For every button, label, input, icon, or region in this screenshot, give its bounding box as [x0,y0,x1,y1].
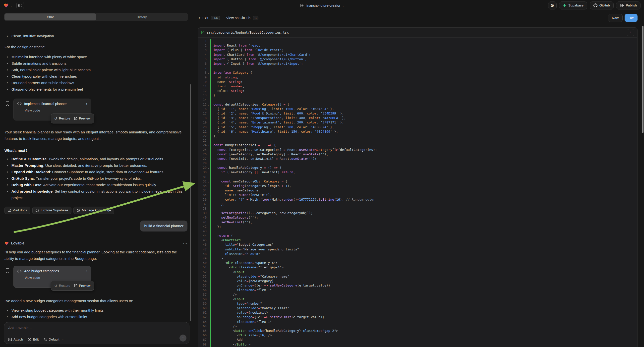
chat-message-list: Clean, intuitive navigation For the desi… [0,33,192,320]
restore-button[interactable]: ↺ Restore [54,115,70,122]
preview-button[interactable]: Preview [74,115,90,122]
fold-spacer [206,342,210,347]
external-link-icon [8,209,11,212]
code-scrollbar[interactable] [642,26,644,133]
list-item: Clean, intuitive navigation [4,33,188,39]
code-text: <div className="space-y-6"> [211,260,278,265]
attach-button[interactable]: Attach [8,338,23,341]
assistant-paragraph: Your sleek financial planner is now read… [4,129,188,142]
code-line: 58 <Input [198,297,637,302]
fold-chevron-icon[interactable] [206,143,210,147]
code-icon [17,102,22,105]
code-line: 8interface Category { [198,70,637,75]
code-line: 3import { Plus } from 'lucide-react'; [198,48,637,52]
list-item: Subtle animations and transitions [4,60,188,67]
code-text: placeholder="Category name" [211,274,289,279]
explore-supabase-button[interactable]: Explore Supabase [32,206,72,214]
line-number: 52 [198,270,206,274]
code-line: 44 return ( [198,234,637,238]
chat-scrollbar[interactable] [190,84,191,321]
code-text: color: string; [211,88,244,93]
view-code-link[interactable]: View code [25,108,88,113]
line-number: 15 [198,102,206,107]
fold-chevron-icon[interactable] [206,179,210,184]
fold-spacer [206,170,210,174]
item-text: : Connect Supabase to add login, store d… [50,170,164,174]
fold-spacer [206,274,210,279]
code-line: 34 name: newCategory, [198,188,637,193]
github-button[interactable]: GitHub [590,2,614,10]
mode-select[interactable]: Default ⌄ [44,338,64,341]
added-file-icon [201,30,204,34]
visit-docs-button[interactable]: Visit docs [4,206,30,214]
send-button[interactable]: ↑ [180,334,186,342]
code-line: 1 [198,39,637,43]
code-editor-content[interactable]: 12import React from 'react';3import { Pl… [198,38,637,347]
collapse-file-button[interactable]: ˄ [627,29,634,36]
manage-knowledge-label: Manage knowledge [82,207,111,214]
code-text: placeholder="Monthly limit" [211,306,289,310]
file-path-bar[interactable]: src/components/budget/BudgetCategories.t… [198,28,637,38]
line-number: 26 [198,152,206,156]
view-code-link[interactable]: View code [25,276,88,280]
exit-button[interactable]: ‹ Exit ESC [199,16,220,20]
code-line: 38 [198,206,637,211]
raw-button[interactable]: Raw [608,14,622,22]
toggle-sidebar-button[interactable] [16,2,24,9]
logo-chevron-icon[interactable]: ⌄ [10,4,12,7]
message-menu-button[interactable]: ··· [183,240,188,246]
settings-button[interactable]: ⚙ [548,2,556,10]
code-line: 19 { id: '4', name: 'Entertainment', lim… [198,120,637,125]
code-line: 45 <ChartCard [198,238,637,242]
bookmark-icon[interactable] [6,268,10,273]
diff-button[interactable]: Diff [624,14,638,22]
line-number: 12 [198,88,206,93]
code-text: > [211,256,223,260]
fold-chevron-icon[interactable] [206,102,210,107]
list-item: Soft, neutral color palette with light b… [4,67,188,73]
fold-spacer [206,270,210,274]
fold-spacer [206,84,210,88]
fold-spacer [206,175,210,179]
fold-spacer [206,324,210,328]
added-features-list: View existing budget categories with the… [4,307,188,320]
restore-button[interactable]: ↺ Restore [54,282,70,289]
fold-spacer [206,98,210,102]
supabase-button[interactable]: Supabase [559,2,587,10]
code-text: Add [211,338,242,342]
code-text: </Button> [211,342,250,347]
code-line: 6import { Input } from '@/components/ui/… [198,62,637,66]
bookmark-icon[interactable] [6,101,10,106]
tab-chat[interactable]: Chat [4,14,96,20]
item-text: : Activate our experimental “chat mode” … [41,183,157,187]
edit-button[interactable]: Edit [28,338,38,341]
publish-button[interactable]: Publish [616,2,640,10]
project-switcher[interactable]: financial-future-creator ⌄ [300,0,344,11]
view-on-github-button[interactable]: View on GitHub G [226,16,258,20]
line-number: 54 [198,279,206,283]
project-chevron-icon: ⌄ [342,4,344,7]
fold-chevron-icon[interactable] [206,166,210,170]
code-line: 55 onChange={(e) => setNewCategory(e.tar… [198,283,637,288]
code-viewer-panel: ‹ Exit ESC View on GitHub G Raw Diff src… [192,11,644,347]
app-window: ⌄ financial-future-creator ⌄ ⚙ [0,0,644,347]
edit-label: Edit [33,338,38,341]
item-bold: Expand with Backend [12,170,50,174]
code-text: value={newCategory} [211,279,274,283]
line-number: 37 [198,202,206,206]
line-number: 45 [198,238,206,242]
manage-knowledge-button[interactable]: Manage knowledge [74,206,114,214]
code-line: 9 id: string; [198,75,637,80]
chat-input-box[interactable]: Ask Lovable... Attach Edit [4,322,190,344]
code-text: import { Plus } from 'lucide-react'; [211,48,284,52]
fold-spacer [206,62,210,66]
line-number: 28 [198,161,206,166]
item-bold: Master Prompting [12,163,43,168]
fold-chevron-icon[interactable] [206,70,210,75]
fold-spacer [206,152,210,156]
tab-history[interactable]: History [96,14,188,20]
code-text: <Button onClick={handleAddCategory} clas… [211,328,338,333]
preview-button[interactable]: Preview [74,282,90,289]
line-number: 41 [198,220,206,224]
lovable-logo-icon[interactable] [4,3,9,8]
